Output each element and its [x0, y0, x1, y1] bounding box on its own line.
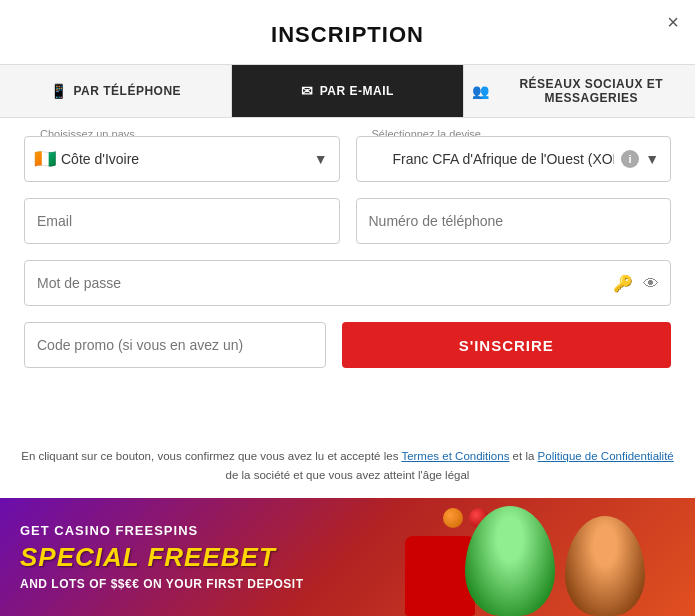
phone-input[interactable]	[356, 198, 672, 244]
tab-phone[interactable]: 📱 PAR TÉLÉPHONE	[0, 65, 232, 117]
phone-group	[356, 198, 672, 244]
country-select-wrapper: 🇨🇮 Côte d'Ivoire ▼	[24, 136, 340, 182]
country-currency-row: Choisissez un pays 🇨🇮 Côte d'Ivoire ▼ Sé…	[24, 136, 671, 182]
close-button[interactable]: ×	[667, 12, 679, 32]
banner-line2: SPECIAL FREEBET	[20, 542, 304, 573]
info-icon[interactable]: i	[621, 150, 639, 168]
password-row: 🔑 👁	[24, 260, 671, 306]
modal: × INSCRIPTION 📱 PAR TÉLÉPHONE ✉ PAR E-MA…	[0, 0, 695, 616]
promo-group	[24, 322, 326, 368]
terms-middle: et la	[509, 450, 537, 462]
tab-social-label: RÉSEAUX SOCIAUX ET MESSAGERIES	[496, 77, 688, 105]
banner-decoration	[375, 498, 695, 616]
email-phone-row	[24, 198, 671, 244]
ball-orange	[443, 508, 463, 528]
email-group	[24, 198, 340, 244]
social-icon: 👥	[472, 83, 490, 99]
currency-group: Sélectionnez la devise Franc CFA d'Afriq…	[356, 136, 672, 182]
country-group: Choisissez un pays 🇨🇮 Côte d'Ivoire ▼	[24, 136, 340, 182]
terms-text: En cliquant sur ce bouton, vous confirme…	[0, 447, 695, 498]
country-select[interactable]: Côte d'Ivoire	[24, 136, 340, 182]
terms-after: de la société et que vous avez atteint l…	[226, 469, 470, 481]
terms-link[interactable]: Termes et Conditions	[401, 450, 509, 462]
email-icon: ✉	[301, 83, 314, 99]
tab-phone-label: PAR TÉLÉPHONE	[73, 84, 181, 98]
banner-line1: GET CASINO FREESPINS	[20, 523, 304, 538]
promo-input[interactable]	[24, 322, 326, 368]
terms-before: En cliquant sur ce bouton, vous confirme…	[21, 450, 401, 462]
password-group: 🔑 👁	[24, 260, 671, 306]
modal-title: INSCRIPTION	[0, 0, 695, 64]
character1-decoration	[465, 506, 555, 616]
tab-email-label: PAR E-MAIL	[320, 84, 394, 98]
tab-social[interactable]: 👥 RÉSEAUX SOCIAUX ET MESSAGERIES	[464, 65, 695, 117]
eye-icon[interactable]: 👁	[643, 274, 659, 292]
character2-decoration	[565, 516, 645, 616]
currency-select-wrapper: Franc CFA d'Afrique de l'Ouest (XOF) i ▼	[356, 136, 672, 182]
banner: GET CASINO FREESPINS SPECIAL FREEBET AND…	[0, 498, 695, 616]
banner-text: GET CASINO FREESPINS SPECIAL FREEBET AND…	[20, 523, 304, 591]
tabs-container: 📱 PAR TÉLÉPHONE ✉ PAR E-MAIL 👥 RÉSEAUX S…	[0, 64, 695, 118]
tab-email[interactable]: ✉ PAR E-MAIL	[232, 65, 464, 117]
password-icons: 🔑 👁	[613, 274, 659, 293]
banner-line3: AND LOTS OF $$€€ ON YOUR FIRST DEPOSIT	[20, 577, 304, 591]
email-input[interactable]	[24, 198, 340, 244]
key-icon[interactable]: 🔑	[613, 274, 633, 293]
promo-register-row: S'INSCRIRE	[24, 322, 671, 368]
password-input[interactable]	[24, 260, 671, 306]
phone-icon: 📱	[50, 83, 68, 99]
form-area: Choisissez un pays 🇨🇮 Côte d'Ivoire ▼ Sé…	[0, 118, 695, 447]
privacy-link[interactable]: Politique de Confidentialité	[538, 450, 674, 462]
register-button[interactable]: S'INSCRIRE	[342, 322, 672, 368]
